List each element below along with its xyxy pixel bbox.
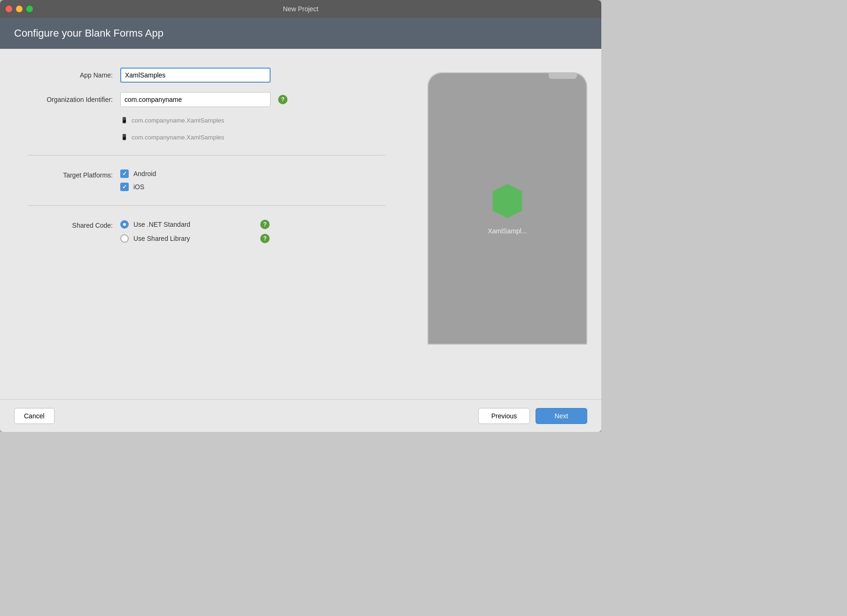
shared-library-row: Use Shared Library ? — [120, 234, 270, 243]
bundle-ios-text: com.companyname.XamlSamples — [132, 134, 224, 141]
net-standard-radio[interactable] — [120, 220, 129, 229]
android-checkbox-row: Android — [120, 169, 156, 178]
phone-notch — [549, 73, 577, 79]
form-area: App Name: Organization Identifier: ? 📱 c… — [0, 49, 413, 399]
shared-library-radio[interactable] — [120, 234, 129, 243]
shared-code-options: Use .NET Standard ? Use Shared Library ? — [120, 220, 270, 243]
window-title: New Project — [283, 5, 318, 13]
divider-2 — [28, 205, 385, 206]
app-icon-hexagon — [491, 182, 524, 220]
org-identifier-input[interactable] — [120, 92, 271, 107]
shared-library-label: Use Shared Library — [133, 235, 256, 242]
org-identifier-help-icon[interactable]: ? — [278, 95, 288, 104]
titlebar-buttons — [6, 6, 33, 12]
org-identifier-label: Organization Identifier: — [28, 96, 113, 103]
svg-marker-0 — [493, 184, 522, 218]
platform-options: Android iOS — [120, 169, 156, 191]
bundle-ios-row: 📱 com.companyname.XamlSamples — [120, 133, 385, 141]
android-checkbox[interactable] — [120, 169, 129, 178]
cancel-button[interactable]: Cancel — [14, 408, 54, 424]
previous-button[interactable]: Previous — [478, 408, 530, 424]
bundle-android-row: 📱 com.companyname.XamlSamples — [120, 116, 385, 124]
net-standard-label: Use .NET Standard — [133, 221, 256, 228]
ios-icon: 📱 — [120, 133, 128, 141]
maximize-button[interactable] — [26, 6, 33, 12]
net-standard-help-icon[interactable]: ? — [260, 220, 270, 229]
divider-1 — [28, 155, 385, 155]
main-window: New Project Configure your Blank Forms A… — [0, 0, 601, 432]
android-icon: 📱 — [120, 116, 128, 124]
shared-code-label: Shared Code: — [28, 220, 113, 229]
close-button[interactable] — [6, 6, 12, 12]
shared-library-help-icon[interactable]: ? — [260, 234, 270, 243]
titlebar: New Project — [0, 0, 601, 18]
net-standard-row: Use .NET Standard ? — [120, 220, 270, 229]
app-name-label: App Name: — [28, 71, 113, 79]
ios-label: iOS — [133, 183, 144, 191]
bundle-android-text: com.companyname.XamlSamples — [132, 117, 224, 124]
minimize-button[interactable] — [16, 6, 23, 12]
ios-checkbox[interactable] — [120, 183, 129, 191]
app-name-input[interactable] — [120, 68, 271, 83]
target-platforms-section: Target Platforms: Android iOS — [28, 169, 385, 191]
phone-screen: XamlSampl... — [428, 73, 586, 344]
phone-mockup: XamlSampl... — [427, 72, 587, 345]
page-title: Configure your Blank Forms App — [14, 27, 587, 39]
target-platforms-label: Target Platforms: — [28, 169, 113, 179]
app-name-preview: XamlSampl... — [488, 227, 527, 235]
page-header: Configure your Blank Forms App — [0, 18, 601, 49]
org-identifier-row: Organization Identifier: ? — [28, 92, 385, 107]
ios-checkbox-row: iOS — [120, 183, 156, 191]
main-content: App Name: Organization Identifier: ? 📱 c… — [0, 49, 601, 399]
shared-code-section: Shared Code: Use .NET Standard ? Use Sha… — [28, 220, 385, 243]
app-name-row: App Name: — [28, 68, 385, 83]
preview-area: XamlSampl... — [413, 49, 601, 399]
android-label: Android — [133, 170, 156, 177]
footer-right: Previous Next — [478, 408, 587, 424]
footer: Cancel Previous Next — [0, 399, 601, 432]
next-button[interactable]: Next — [536, 408, 587, 424]
